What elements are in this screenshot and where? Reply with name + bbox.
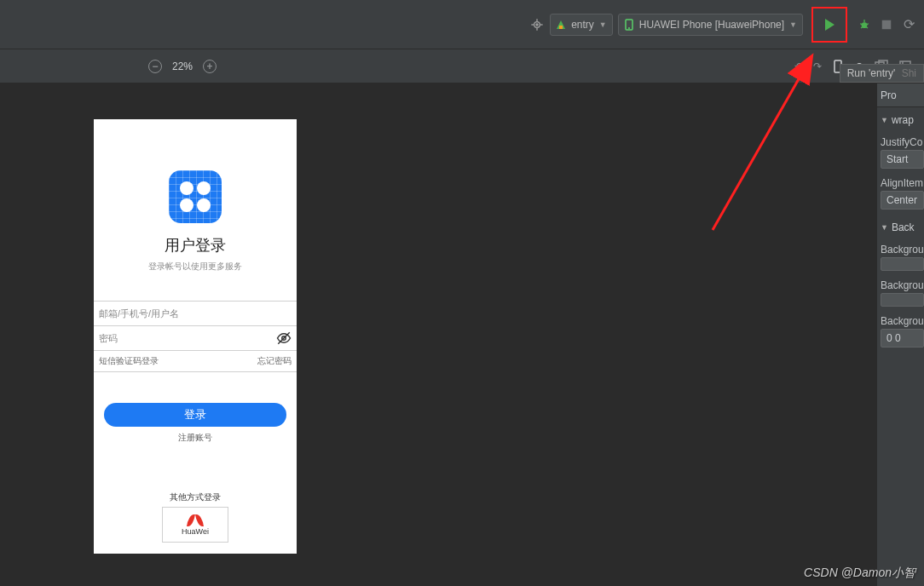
preview-canvas: 用户登录 登录帐号以使用更多服务 邮箱/手机号/用户名 密码 短信验证码登录 忘… <box>0 83 924 586</box>
svg-point-1 <box>536 24 538 26</box>
justify-label: JustifyCo <box>877 133 924 150</box>
redo-icon[interactable]: ↷ <box>813 60 822 72</box>
svg-line-15 <box>866 26 868 27</box>
eye-off-icon[interactable] <box>276 330 292 346</box>
zoom-in-icon[interactable]: + <box>203 60 217 73</box>
svg-line-12 <box>860 23 862 24</box>
tooltip-hint: Shi <box>902 67 916 79</box>
locate-icon[interactable] <box>529 17 545 32</box>
justify-value[interactable]: Start <box>881 150 924 169</box>
bg2-value[interactable] <box>881 293 924 307</box>
huawei-login-button[interactable]: HuaWei <box>162 507 228 543</box>
main-toolbar: entry ▼ HUAWEI Phone [HuaweiPhone] ▼ ⟳ <box>0 0 924 49</box>
login-button[interactable]: 登录 <box>104 403 286 427</box>
username-placeholder: 邮箱/手机号/用户名 <box>99 307 179 320</box>
dropdown-icon: ▼ <box>599 20 607 29</box>
svg-rect-7 <box>559 26 563 29</box>
login-title: 用户登录 <box>94 235 297 256</box>
zoom-group: − 22% + <box>148 60 217 73</box>
props-section-back[interactable]: ▼ Back <box>877 215 924 240</box>
dropdown-icon: ▼ <box>789 20 797 29</box>
app-logo-icon <box>169 170 222 223</box>
password-field[interactable]: 密码 <box>94 325 297 351</box>
phone-preview: 用户登录 登录帐号以使用更多服务 邮箱/手机号/用户名 密码 短信验证码登录 忘… <box>94 119 297 554</box>
username-field[interactable]: 邮箱/手机号/用户名 <box>94 301 297 326</box>
register-link[interactable]: 注册账号 <box>94 432 297 444</box>
run-config-label: entry <box>571 19 594 31</box>
bg2-label: Backgrou <box>877 276 924 293</box>
svg-line-25 <box>713 60 810 230</box>
other-login-label: 其他方式登录 <box>94 491 297 503</box>
login-subtitle: 登录帐号以使用更多服务 <box>94 261 297 273</box>
props-section-wrap[interactable]: ▼ wrap <box>877 107 924 133</box>
zoom-value: 22% <box>172 60 193 72</box>
device-label: HUAWEI Phone [HuaweiPhone] <box>639 19 784 31</box>
more-icon[interactable]: ⟳ <box>900 16 917 33</box>
chevron-down-icon: ▼ <box>881 116 888 124</box>
links-row: 短信验证码登录 忘记密码 <box>94 351 297 372</box>
forgot-password-link[interactable]: 忘记密码 <box>257 355 292 367</box>
run-button-highlight <box>811 7 847 43</box>
run-config-combo[interactable]: entry ▼ <box>550 14 613 36</box>
run-tooltip: Run 'entry' Shi <box>840 64 924 83</box>
undo-icon[interactable]: ↶ <box>794 60 803 72</box>
huawei-icon <box>188 514 203 526</box>
preview-bar: − 22% + ↶ ↷ ⟳ <box>0 49 924 83</box>
align-value[interactable]: Center <box>881 191 924 210</box>
svg-line-14 <box>861 26 863 27</box>
zoom-out-icon[interactable]: − <box>148 60 162 73</box>
bg1-value[interactable] <box>881 257 924 271</box>
run-icon[interactable] <box>825 19 834 31</box>
device-combo[interactable]: HUAWEI Phone [HuaweiPhone] ▼ <box>618 14 803 36</box>
tooltip-text: Run 'entry' <box>847 67 896 79</box>
debug-icon[interactable] <box>856 16 873 33</box>
svg-line-13 <box>867 23 869 24</box>
huawei-label: HuaWei <box>182 527 209 536</box>
properties-panel: Pro ▼ wrap JustifyCo Start AlignItem Cen… <box>876 83 924 586</box>
bg1-label: Backgrou <box>877 240 924 257</box>
password-placeholder: 密码 <box>99 332 118 345</box>
svg-rect-16 <box>882 20 892 29</box>
bg3-value[interactable]: 0 0 <box>881 329 924 348</box>
watermark: CSDN @Damon小智 <box>804 566 915 581</box>
login-button-label: 登录 <box>184 407 206 422</box>
sms-login-link[interactable]: 短信验证码登录 <box>99 355 159 367</box>
bg3-label: Backgrou <box>877 312 924 329</box>
chevron-down-icon: ▼ <box>881 223 888 232</box>
props-header: Pro <box>877 83 924 107</box>
align-label: AlignItem <box>877 174 924 191</box>
stop-icon[interactable] <box>878 16 895 33</box>
